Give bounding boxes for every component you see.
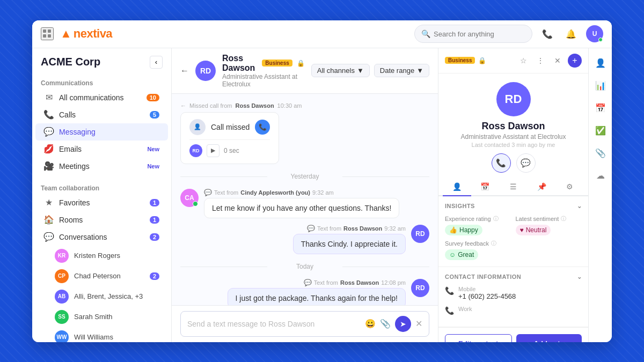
sidebar-item-label: All communications bbox=[59, 93, 141, 102]
rail-calendar-icon[interactable]: 📅 bbox=[591, 99, 610, 118]
msg-time: 9:32 am bbox=[384, 225, 406, 232]
msg-meta-channel-label: Text from bbox=[314, 279, 338, 286]
chat-input-area: 😀 📎 ➤ ✕ bbox=[172, 305, 438, 342]
chat-icon: 💬 bbox=[44, 127, 54, 137]
rail-cloud-icon[interactable]: ☁ bbox=[591, 166, 610, 186]
subitem-label: Alli, Brent, Jessica, +3 bbox=[74, 292, 159, 300]
attachment-button[interactable]: 📎 bbox=[380, 319, 391, 329]
sidebar-item-meetings[interactable]: 🎥 Meetings New bbox=[35, 158, 168, 175]
chat-input-box: 😀 📎 ➤ ✕ bbox=[180, 311, 429, 337]
back-button[interactable]: ← bbox=[180, 66, 189, 76]
mobile-value: +1 (602) 225-4568 bbox=[458, 292, 516, 300]
info-icon[interactable]: ⓘ bbox=[493, 215, 499, 223]
business-badge-header: Business bbox=[262, 60, 292, 67]
clear-input-button[interactable]: ✕ bbox=[415, 319, 422, 329]
missed-call-card: 👤 Call missed 📞 RD ▶ 0 sec bbox=[180, 112, 279, 164]
right-panel: Business 🔒 ☆ ⋮ ✕ + RD Ross Dawson Admini… bbox=[438, 48, 588, 342]
rp-tab-profile[interactable]: 👤 bbox=[443, 178, 471, 196]
logo-icon: ▲ bbox=[60, 27, 71, 41]
rp-avatar: RD bbox=[496, 82, 531, 116]
rp-tab-calendar[interactable]: 📅 bbox=[471, 178, 500, 196]
experience-chip: 👍 Happy bbox=[445, 225, 482, 235]
chat-controls: All channels ▼ Date range ▼ bbox=[311, 64, 429, 77]
experience-rating-label: Experience rating ⓘ bbox=[445, 215, 511, 223]
user-avatar[interactable]: U bbox=[586, 25, 603, 42]
rp-more-button[interactable]: ⋮ bbox=[533, 54, 547, 68]
search-input[interactable] bbox=[434, 30, 525, 38]
sender-avatar: CA bbox=[180, 189, 199, 207]
sidebar-item-all-communications[interactable]: ✉ All communications 10 bbox=[35, 89, 168, 106]
lock-icon: 🔒 bbox=[297, 60, 305, 67]
missed-call-sender: Ross Dawson bbox=[235, 102, 274, 109]
contact-info-header[interactable]: CONTACT INFORMATION ⌄ bbox=[445, 274, 582, 280]
subitem-label: Sarah Smith bbox=[74, 313, 159, 321]
insight-grid: Experience rating ⓘ 👍 Happy Latest senti… bbox=[445, 215, 582, 260]
msg-sender-name: Cindy Applesworth (you) bbox=[240, 189, 310, 196]
rp-close-button[interactable]: ✕ bbox=[551, 54, 565, 68]
svg-rect-0 bbox=[43, 29, 46, 33]
message-bubble: Let me know if you have any other questi… bbox=[204, 198, 399, 218]
channel-selector[interactable]: All channels ▼ bbox=[311, 64, 370, 77]
top-navigation: ▲ nextiva 🔍 📞 🔔 U bbox=[32, 20, 612, 48]
sidebar-collapse-button[interactable]: ‹ bbox=[150, 56, 163, 69]
rail-checklist-icon[interactable]: ✅ bbox=[591, 121, 610, 141]
sidebar-subitem-chad[interactable]: CP Chad Peterson 2 bbox=[35, 266, 168, 286]
sidebar-item-emails[interactable]: 💋 Emails New bbox=[35, 141, 168, 158]
rp-star-button[interactable]: ☆ bbox=[516, 54, 530, 68]
rail-attachment-icon[interactable]: 📎 bbox=[591, 144, 610, 163]
sidebar-item-label: Rooms bbox=[59, 216, 144, 224]
phone-nav-button[interactable]: 📞 bbox=[539, 25, 556, 42]
search-bar[interactable]: 🔍 bbox=[414, 25, 532, 43]
rail-analytics-icon[interactable]: 📊 bbox=[591, 76, 610, 95]
rp-add-button[interactable]: + bbox=[568, 54, 582, 68]
sender-avatar-outgoing: RD bbox=[411, 225, 429, 243]
mobile-field: 📞 Mobile +1 (602) 225-4568 bbox=[445, 286, 582, 300]
sidebar-item-favorites[interactable]: ★ Favorites 1 bbox=[35, 194, 168, 211]
conversations-icon: 💬 bbox=[44, 232, 54, 242]
rail-user-icon[interactable]: 👤 bbox=[591, 54, 610, 73]
survey-feedback-item: Survey feedback ⓘ ☺ Great bbox=[445, 240, 582, 260]
grid-menu-button[interactable] bbox=[41, 27, 54, 40]
channel-icon-small: 💬 bbox=[304, 279, 312, 286]
sidebar-item-messaging[interactable]: 💬 Messaging bbox=[35, 123, 168, 141]
info-icon-3[interactable]: ⓘ bbox=[491, 240, 496, 247]
chat-header: ← RD Ross Dawson Business 🔒 Administrati… bbox=[172, 48, 438, 94]
sidebar-item-label: Messaging bbox=[59, 128, 159, 136]
date-divider-today: Today bbox=[180, 261, 429, 272]
sidebar-subitem-will[interactable]: WW Will Williams bbox=[35, 327, 168, 342]
chat-area: ← RD Ross Dawson Business 🔒 Administrati… bbox=[172, 48, 438, 342]
contact-avatar-header: RD bbox=[195, 61, 216, 81]
sidebar-item-rooms[interactable]: 🏠 Rooms 1 bbox=[35, 211, 168, 228]
insights-header[interactable]: INSIGHTS ⌄ bbox=[445, 203, 582, 210]
rp-tab-list[interactable]: ☰ bbox=[499, 178, 528, 196]
chat-contact-info: Ross Dawson Business 🔒 Administrative As… bbox=[222, 54, 305, 88]
message-input[interactable] bbox=[187, 320, 361, 328]
add-note-button[interactable]: Add note bbox=[516, 334, 582, 342]
info-icon-2[interactable]: ⓘ bbox=[561, 215, 566, 223]
nav-icons: 📞 🔔 U bbox=[539, 25, 603, 42]
edit-contact-button[interactable]: Edit contact bbox=[445, 334, 512, 342]
rp-chat-button[interactable]: 💬 bbox=[516, 153, 536, 173]
kristen-avatar: KR bbox=[55, 249, 69, 263]
call-back-button[interactable]: 📞 bbox=[255, 120, 270, 135]
rp-call-button[interactable]: 📞 bbox=[492, 153, 511, 173]
voicemail-icon: ▶ bbox=[207, 144, 219, 157]
rp-tab-attachment[interactable]: 📌 bbox=[528, 178, 556, 196]
sidebar-subitem-sarah[interactable]: SS Sarah Smith bbox=[35, 307, 168, 327]
mobile-info: Mobile +1 (602) 225-4568 bbox=[458, 286, 516, 300]
contact-title-header: Administrative Assistant at Electrolux bbox=[222, 73, 305, 88]
sidebar-item-label: Meetings bbox=[59, 162, 142, 171]
rp-tab-settings[interactable]: ⚙ bbox=[555, 178, 584, 196]
send-button[interactable]: ➤ bbox=[395, 316, 411, 332]
missed-call-label: Call missed bbox=[211, 123, 250, 131]
sidebar-item-calls[interactable]: 📞 Calls 5 bbox=[35, 106, 168, 123]
notifications-button[interactable]: 🔔 bbox=[562, 25, 580, 42]
message-content: 💬 Text from Cindy Applesworth (you) 9:32… bbox=[204, 189, 399, 218]
emoji-button[interactable]: 😀 bbox=[365, 319, 376, 329]
sidebar-subitem-kristen[interactable]: KR Kristen Rogers bbox=[35, 246, 168, 266]
sidebar-item-conversations[interactable]: 💬 Conversations 2 bbox=[35, 228, 168, 246]
arrow-icon: ← bbox=[180, 102, 186, 109]
date-range-selector[interactable]: Date range ▼ bbox=[374, 64, 429, 77]
calls-badge: 5 bbox=[150, 111, 159, 119]
sidebar-subitem-alli[interactable]: AB Alli, Brent, Jessica, +3 bbox=[35, 286, 168, 307]
